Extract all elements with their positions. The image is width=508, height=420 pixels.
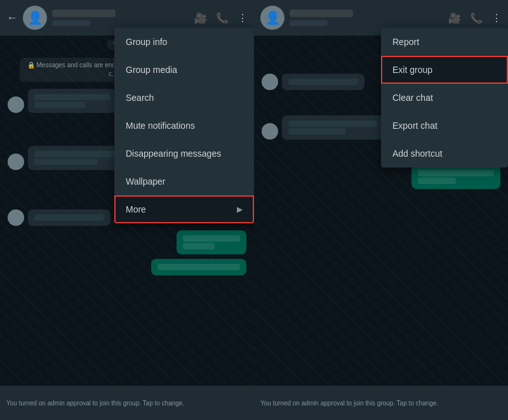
avatar-right[interactable]: 👤: [260, 6, 284, 30]
menu-item-more[interactable]: More ▶: [114, 195, 254, 223]
header-name-area-left: [52, 10, 189, 26]
menu-item-wallpaper[interactable]: Wallpaper: [114, 167, 254, 195]
more-options-icon-left[interactable]: ⋮: [237, 12, 248, 24]
msg-bubble-7: [151, 259, 246, 275]
dropdown-menu-left: Group info Group media Search Mute notif…: [114, 28, 254, 223]
header-name-area-right: [290, 10, 443, 26]
menu-label-search: Search: [126, 93, 154, 103]
avatar-icon-right: 👤: [265, 10, 281, 25]
msg-bubble-r6: [411, 165, 500, 189]
menu-item-search[interactable]: Search: [114, 84, 254, 112]
phone-call-icon-left[interactable]: 📞: [216, 12, 229, 24]
menu-label-group-info: Group info: [126, 37, 167, 47]
menu-label-group-media: Group media: [126, 65, 177, 75]
video-call-icon-left[interactable]: 🎥: [194, 12, 207, 24]
menu-label-add-shortcut: Add shortcut: [392, 148, 443, 159]
menu-label-report: Report: [392, 37, 419, 47]
msg-bubble-1: [28, 89, 117, 113]
menu-label-export-chat: Export chat: [392, 121, 438, 131]
avatar-left[interactable]: 👤: [23, 6, 47, 30]
menu-label-more: More: [126, 204, 146, 214]
msg-bubble-r4: [282, 115, 384, 140]
menu-item-export-chat[interactable]: Export chat: [381, 112, 508, 140]
menu-item-disappearing[interactable]: Disappearing messages: [114, 140, 254, 167]
menu-item-add-shortcut[interactable]: Add shortcut: [381, 140, 508, 167]
menu-item-group-media[interactable]: Group media: [114, 56, 254, 84]
menu-item-mute[interactable]: Mute notifications: [114, 112, 254, 140]
menu-item-group-info[interactable]: Group info: [114, 28, 254, 56]
more-options-icon-right[interactable]: ⋮: [491, 12, 502, 24]
menu-label-disappearing: Disappearing messages: [126, 148, 221, 159]
menu-item-exit-group[interactable]: Exit group: [381, 56, 508, 84]
contact-name-right: [290, 10, 353, 17]
contact-name-left: [52, 10, 116, 17]
menu-label-mute: Mute notifications: [126, 121, 195, 131]
header-icons-left: 🎥 📞 ⋮: [194, 12, 248, 24]
msg-bubble-5: [28, 209, 110, 226]
avatar-icon-left: 👤: [27, 10, 43, 25]
phone-call-icon-right[interactable]: 📞: [470, 12, 483, 24]
header-icons-right: 🎥 📞 ⋮: [448, 12, 502, 24]
dropdown-menu-right: Report Exit group Clear chat Export chat…: [381, 28, 508, 167]
menu-item-report[interactable]: Report: [381, 28, 508, 56]
contact-subtitle-left: [52, 20, 90, 26]
right-panel: 👤 🎥 📞 ⋮ 5:24 PM ✓: [254, 0, 508, 420]
chat-footer-left: You turned on admin approval to join thi…: [0, 386, 254, 420]
menu-label-exit-group: Exit group: [392, 65, 432, 75]
left-panel: ← 👤 🎥 📞 ⋮ Yesterday 🔒 Messages and calls…: [0, 0, 254, 420]
msg-bubble-6: [177, 230, 246, 254]
menu-label-wallpaper: Wallpaper: [126, 176, 166, 187]
footer-text-right: You turned on admin approval to join thi…: [260, 400, 502, 407]
menu-item-clear-chat[interactable]: Clear chat: [381, 84, 508, 112]
chevron-right-icon: ▶: [237, 205, 243, 214]
video-call-icon-right[interactable]: 🎥: [448, 12, 461, 24]
contact-subtitle-right: [290, 20, 328, 26]
menu-label-clear-chat: Clear chat: [392, 93, 433, 103]
footer-text-left: You turned on admin approval to join thi…: [6, 400, 248, 407]
back-icon[interactable]: ←: [6, 11, 18, 25]
chat-footer-right: You turned on admin approval to join thi…: [254, 386, 508, 420]
screen-container: ← 👤 🎥 📞 ⋮ Yesterday 🔒 Messages and calls…: [0, 0, 508, 420]
msg-bubble-r2: [282, 74, 364, 90]
